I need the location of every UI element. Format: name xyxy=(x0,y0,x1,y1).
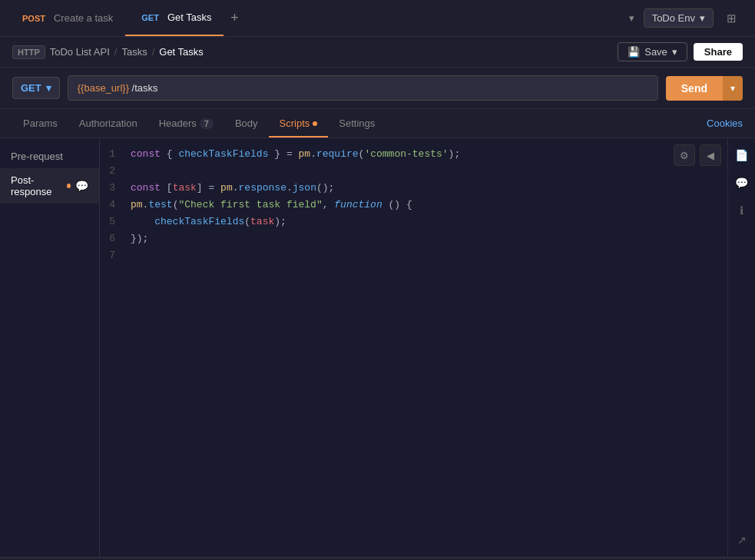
method-badge-get: GET xyxy=(137,12,163,24)
tab-bar: POST Create a task GET Get Tasks + ▾ ToD… xyxy=(0,0,755,37)
line-content-6: }); xyxy=(127,230,727,247)
method-select[interactable]: GET ▾ xyxy=(12,77,60,99)
line-content-5: checkTaskFields(task); xyxy=(127,214,727,230)
post-response-label: Post-response xyxy=(11,174,62,197)
breadcrumb-sep-2: / xyxy=(152,46,155,58)
post-response-chat-icon[interactable]: 💬 xyxy=(75,180,88,192)
sub-tab-headers[interactable]: Headers 7 xyxy=(148,109,224,138)
url-base: {{base_url}} xyxy=(78,82,129,94)
line-num-1: 1 xyxy=(100,146,127,163)
breadcrumb-sep-1: / xyxy=(114,46,118,58)
response-panel: Body Cookies Headers 4 Test Results 1/1 … xyxy=(0,557,755,560)
line-num-7: 7 xyxy=(100,247,127,264)
line-num-3: 3 xyxy=(100,180,127,197)
url-path: /tasks xyxy=(129,82,158,94)
code-line-5: 5 checkTaskFields(task); xyxy=(100,214,727,230)
send-dropdown-button[interactable]: ▾ xyxy=(723,76,743,101)
editor-collapse-icon[interactable]: ◀ xyxy=(700,144,721,166)
dropdown-icon: ▾ xyxy=(629,12,634,24)
sub-tab-settings[interactable]: Settings xyxy=(328,109,386,138)
line-content-7 xyxy=(127,247,727,264)
env-label: ToDo Env xyxy=(652,12,695,24)
tab-get-tasks[interactable]: GET Get Tasks xyxy=(125,0,224,36)
line-content-1: const { checkTaskFields } = pm.require('… xyxy=(127,146,727,163)
line-num-6: 6 xyxy=(100,230,127,247)
editor-action-btn-1[interactable]: ⚙ xyxy=(674,144,695,166)
env-chevron-icon: ▾ xyxy=(700,12,705,24)
scripts-dot xyxy=(313,121,317,126)
sub-tab-body[interactable]: Body xyxy=(224,109,269,138)
send-group: Send ▾ xyxy=(666,76,743,101)
tab-dropdown[interactable]: ▾ xyxy=(620,12,644,24)
env-selector[interactable]: ToDo Env ▾ xyxy=(644,8,714,28)
sidebar-info-icon[interactable]: ℹ xyxy=(731,200,753,221)
code-line-1: 1 const { checkTaskFields } = pm.require… xyxy=(100,146,727,163)
breadcrumb: HTTP ToDo List API / Tasks / Get Tasks 💾… xyxy=(0,37,755,68)
breadcrumb-current: Get Tasks xyxy=(159,46,204,58)
breadcrumb-tasks[interactable]: Tasks xyxy=(121,46,147,58)
cookies-link[interactable]: Cookies xyxy=(707,118,743,129)
main-content: Pre-request Post-response 💬 1 const { ch… xyxy=(0,138,755,557)
save-label: Save xyxy=(644,46,667,58)
save-icon: 💾 xyxy=(628,46,640,58)
workspace-icon[interactable]: ⊞ xyxy=(720,7,743,30)
sub-nav: Params Authorization Headers 7 Body Scri… xyxy=(0,109,755,138)
post-response-tab[interactable]: Post-response 💬 xyxy=(0,168,99,204)
method-chevron-icon: ▾ xyxy=(46,82,51,94)
code-line-4: 4 pm.test("Check first task field", func… xyxy=(100,197,727,214)
sidebar-comment-icon[interactable]: 💬 xyxy=(731,172,753,194)
pre-request-tab[interactable]: Pre-request xyxy=(0,144,99,168)
method-value: GET xyxy=(21,82,41,94)
send-button[interactable]: Send xyxy=(666,76,723,101)
url-input-display: {{base_url}} /tasks xyxy=(68,75,658,101)
http-badge: HTTP xyxy=(12,45,45,59)
code-line-2: 2 xyxy=(100,163,727,180)
save-chevron-icon: ▾ xyxy=(672,46,677,58)
url-bar: GET ▾ {{base_url}} /tasks Send ▾ xyxy=(0,68,755,109)
add-tab-button[interactable]: + xyxy=(224,8,245,29)
post-response-dot xyxy=(67,184,71,188)
sub-tab-authorization[interactable]: Authorization xyxy=(68,109,148,138)
sidebar-api-icon[interactable]: 📄 xyxy=(731,144,753,166)
line-content-2 xyxy=(127,163,727,180)
line-num-5: 5 xyxy=(100,214,127,230)
sidebar-collapse-icon[interactable]: ↗ xyxy=(731,529,753,551)
editor-actions: ⚙ ◀ xyxy=(674,144,721,166)
tab-create-task-label: Create a task xyxy=(54,12,113,24)
headers-count-badge: 7 xyxy=(200,118,214,129)
code-line-7: 7 xyxy=(100,247,727,264)
line-num-2: 2 xyxy=(100,163,127,180)
tab-get-tasks-label: Get Tasks xyxy=(167,12,212,23)
breadcrumb-api[interactable]: ToDo List API xyxy=(50,46,110,58)
method-badge-post: POST xyxy=(18,12,49,25)
line-content-4: pm.test("Check first task field", functi… xyxy=(127,197,727,214)
line-num-4: 4 xyxy=(100,197,127,214)
pre-request-label: Pre-request xyxy=(11,151,63,162)
tab-create-task[interactable]: POST Create a task xyxy=(6,0,125,36)
code-editor[interactable]: 1 const { checkTaskFields } = pm.require… xyxy=(100,138,727,557)
code-line-6: 6 }); xyxy=(100,230,727,247)
right-sidebar: 📄 💬 ℹ ↗ xyxy=(727,138,755,557)
share-button[interactable]: Share xyxy=(694,43,743,61)
line-content-3: const [task] = pm.response.json(); xyxy=(127,180,727,197)
code-line-3: 3 const [task] = pm.response.json(); xyxy=(100,180,727,197)
save-button[interactable]: 💾 Save ▾ xyxy=(618,42,687,61)
sub-tab-params[interactable]: Params xyxy=(12,109,68,138)
script-sidebar: Pre-request Post-response 💬 xyxy=(0,138,100,557)
sub-tab-scripts[interactable]: Scripts xyxy=(269,109,329,138)
